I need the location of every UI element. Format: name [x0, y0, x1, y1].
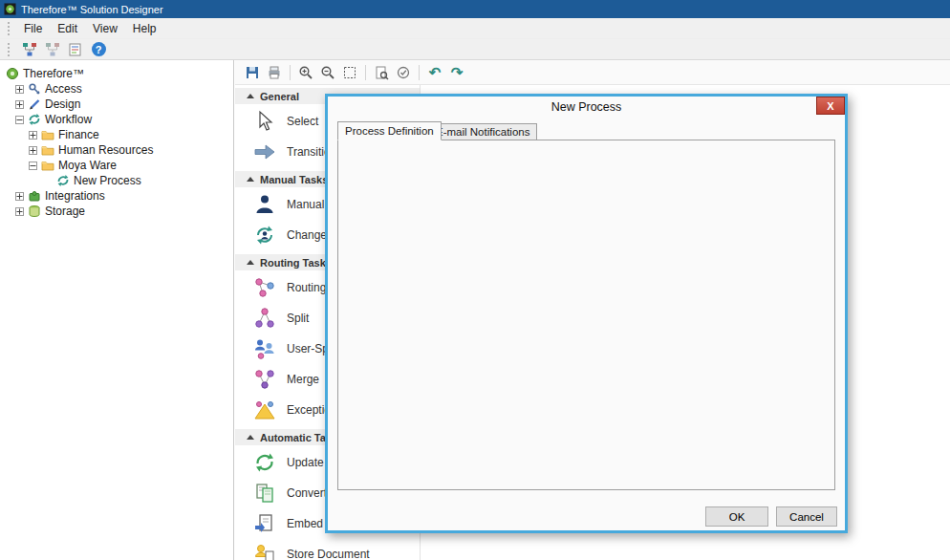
exception-icon: [252, 398, 277, 422]
fit-page-icon[interactable]: [340, 63, 359, 82]
change-user-icon: [252, 223, 277, 248]
toolbox-item-store-document[interactable]: Store Document: [235, 539, 420, 560]
ok-button[interactable]: OK: [705, 506, 768, 527]
folder-icon: [41, 159, 54, 172]
toolbox-item-label: Select: [287, 115, 318, 128]
tab-email-notifications[interactable]: E-mail Notifications: [428, 123, 537, 140]
tab-page: [337, 140, 835, 490]
tree-item-finance[interactable]: Finance: [0, 127, 233, 142]
collapse-minus-icon[interactable]: [29, 162, 37, 170]
integrations-icon: [28, 189, 41, 203]
toolbox-item-label: Store Document: [287, 548, 370, 560]
therefore-icon: [6, 67, 19, 80]
tree-label: Access: [45, 82, 82, 96]
select-cursor-icon: [252, 109, 277, 134]
toolbar-separator: [419, 65, 420, 80]
toolbar-grip: [8, 43, 11, 56]
main-toolbar: ?: [0, 39, 950, 60]
menu-edit[interactable]: Edit: [50, 19, 85, 38]
tree-item-design[interactable]: Design: [0, 97, 233, 112]
save-icon[interactable]: [243, 63, 262, 82]
section-collapse-icon: [247, 177, 254, 182]
menu-bar: File Edit View Help: [0, 18, 950, 39]
tree-item-therefore-root[interactable]: Therefore™: [0, 66, 233, 81]
undo-icon[interactable]: ↶: [425, 63, 444, 82]
workflow-designer-icon[interactable]: [20, 41, 39, 58]
workflow-icon: [28, 113, 41, 126]
tab-label: E-mail Notifications: [436, 126, 529, 138]
toolbar-separator: [365, 65, 366, 80]
tree-label: Finance: [58, 128, 99, 141]
toolbox-item-label: Merge: [287, 373, 319, 386]
zoom-out-icon[interactable]: [318, 63, 337, 82]
expand-plus-icon[interactable]: [15, 85, 24, 94]
tree-label: Design: [45, 97, 80, 111]
tree-label: Therefore™: [23, 67, 84, 80]
tree-item-workflow[interactable]: Workflow: [0, 112, 233, 127]
expand-plus-icon[interactable]: [29, 131, 37, 140]
toolbox-item-label: Change: [287, 228, 327, 242]
expand-plus-icon[interactable]: [29, 146, 37, 155]
toolbox-item-label: Routing: [287, 281, 326, 294]
help-glyph: ?: [92, 42, 106, 56]
process-icon: [56, 174, 70, 187]
zoom-in-icon[interactable]: [296, 63, 315, 82]
tree-item-integrations[interactable]: Integrations: [0, 188, 233, 204]
cancel-button[interactable]: Cancel: [776, 506, 837, 527]
tree-label: Human Resources: [58, 143, 153, 157]
tree-item-new-process[interactable]: New Process: [0, 173, 233, 188]
toolbox-item-label: Embed I: [287, 517, 330, 530]
close-button[interactable]: X: [816, 97, 845, 115]
close-icon: X: [827, 100, 833, 112]
section-title: Routing Tasks: [260, 257, 332, 269]
section-title: General: [260, 91, 299, 102]
print-icon[interactable]: [265, 63, 284, 82]
expand-plus-icon[interactable]: [15, 207, 24, 216]
routing-icon: [252, 275, 277, 300]
redo-icon[interactable]: ↷: [447, 63, 466, 82]
preview-icon[interactable]: [372, 63, 391, 82]
tree-item-human-resources[interactable]: Human Resources: [0, 142, 233, 158]
section-title: Manual Tasks: [260, 174, 328, 185]
tree-label: Integrations: [45, 189, 105, 203]
tab-process-definition[interactable]: Process Definition: [337, 121, 442, 140]
report-icon[interactable]: [66, 41, 85, 58]
tree-label: Workflow: [45, 113, 92, 126]
design-toolbar: ↶ ↷: [235, 60, 950, 85]
workflow-secondary-icon[interactable]: [43, 41, 62, 58]
access-icon: [28, 82, 41, 96]
help-icon[interactable]: ?: [89, 41, 108, 58]
tree-item-moya-ware[interactable]: Moya Ware: [0, 158, 233, 173]
app-icon: [4, 3, 16, 15]
toolbar-separator: [290, 65, 291, 80]
toolbox-item-label: Update: [287, 456, 324, 469]
validate-icon[interactable]: [394, 63, 413, 82]
tree-label: Storage: [45, 205, 85, 218]
section-collapse-icon: [247, 94, 254, 98]
store-document-icon: [252, 542, 277, 560]
user-split-icon: [252, 336, 277, 361]
window-title: Therefore™ Solution Designer: [21, 4, 163, 15]
tab-label: Process Definition: [345, 125, 434, 137]
convert-icon: [252, 481, 277, 506]
solution-tree: Therefore™ Access Design Workflow Financ…: [0, 60, 234, 560]
toolbox-item-label: Manual: [287, 198, 324, 211]
tree-item-access[interactable]: Access: [0, 81, 233, 97]
toolbox-item-label: Split: [287, 312, 309, 325]
toolbar-grip: [8, 22, 11, 35]
folder-icon: [41, 128, 54, 141]
expand-plus-icon[interactable]: [15, 100, 24, 109]
menu-view[interactable]: View: [85, 19, 125, 38]
folder-icon: [41, 143, 54, 157]
menu-file[interactable]: File: [16, 19, 50, 38]
tree-item-storage[interactable]: Storage: [0, 204, 233, 219]
manual-task-icon: [252, 192, 277, 217]
collapse-minus-icon[interactable]: [15, 116, 24, 124]
tree-label: New Process: [74, 174, 141, 187]
dialog-title: New Process: [328, 100, 845, 114]
menu-help[interactable]: Help: [125, 19, 164, 38]
toolbox-item-label: Convert: [287, 486, 327, 500]
storage-icon: [28, 205, 41, 218]
title-bar: Therefore™ Solution Designer: [0, 0, 950, 18]
expand-plus-icon[interactable]: [15, 192, 24, 201]
